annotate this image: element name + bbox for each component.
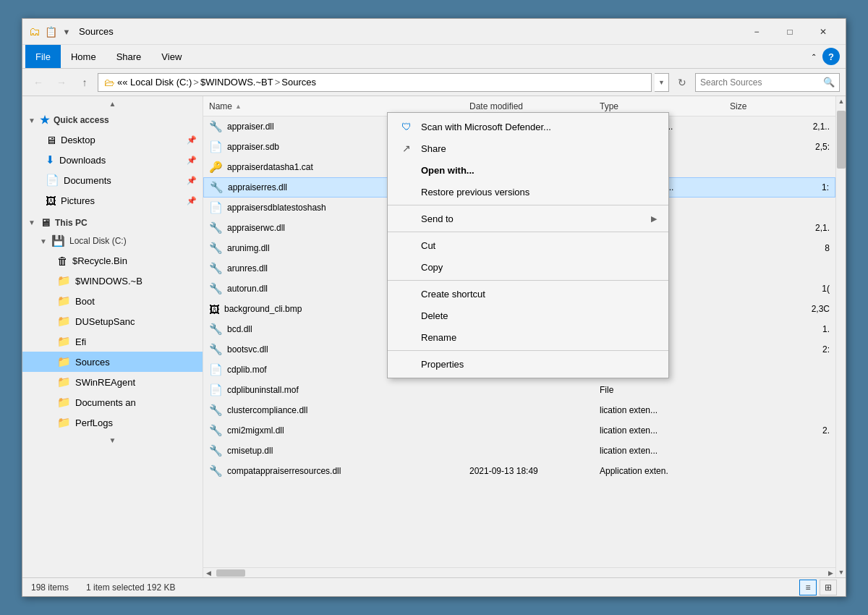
address-dropdown-button[interactable]: ▼ [655, 73, 669, 92]
file-name: cmi2migxml.dll [227, 425, 284, 436]
sidebar-item-downloads[interactable]: ⬇ Downloads 📌 [22, 150, 203, 170]
context-menu-item[interactable]: Open with... [388, 159, 668, 181]
sidebar-item-swinreagent[interactable]: 📁 SWinREAgent [22, 372, 203, 392]
table-row[interactable]: 🔧 cmisetup.dll lication exten... [203, 441, 835, 461]
sidebar-scroll-up[interactable]: ▲ [22, 96, 203, 111]
context-menu-label: Properties [421, 359, 657, 370]
context-menu-label: Send to [421, 213, 644, 224]
context-menu-label: Scan with Microsoft Defender... [421, 122, 657, 132]
file-name: appraiserres.dll [228, 182, 287, 192]
ribbon-collapse-button[interactable]: ⌃ [808, 50, 820, 64]
context-menu-item[interactable]: Create shortcut [388, 283, 668, 305]
breadcrumb-disk[interactable]: 🗁 «« Local Disk (C:) [104, 77, 192, 88]
context-menu-label: Create shortcut [421, 289, 657, 300]
v-scroll-thumb[interactable] [837, 111, 846, 169]
sidebar-item-sources[interactable]: 📁 Sources [22, 352, 203, 372]
tab-view[interactable]: View [151, 45, 192, 68]
table-row[interactable]: 🔧 compatappraiserresources.dll 2021-09-1… [203, 461, 835, 481]
context-menu-item[interactable]: Copy [388, 256, 668, 278]
sidebar-item-windows-bt[interactable]: 📁 $WINDOWS.~B [22, 271, 203, 291]
file-size: 1( [730, 284, 830, 294]
table-row[interactable]: 📄 cdplibuninstall.mof File [203, 380, 835, 400]
table-row[interactable]: 🔧 cmi2migxml.dll lication exten... 2. [203, 420, 835, 441]
menu-icon [399, 184, 414, 199]
vertical-scrollbar[interactable]: ▲ ▼ [835, 96, 846, 577]
status-bar: 198 items 1 item selected 192 KB ≡ ⊞ [22, 577, 846, 596]
window-controls[interactable]: − □ ✕ [740, 21, 840, 43]
context-menu-item[interactable]: Rename [388, 326, 668, 348]
breadcrumb-windows[interactable]: $WINDOWS.~BT [200, 77, 273, 88]
header-size[interactable]: Size [730, 101, 830, 111]
context-menu-item[interactable]: Send to ▶ [388, 208, 668, 229]
h-scroll-thumb[interactable] [216, 569, 245, 577]
sidebar-item-pictures[interactable]: 🖼 Pictures 📌 [22, 190, 203, 211]
file-icon: 📄 [209, 201, 223, 214]
file-icon: 🔧 [209, 120, 223, 133]
v-scroll-down[interactable]: ▼ [836, 567, 846, 577]
context-menu-label: Delete [421, 310, 657, 321]
minimize-button[interactable]: − [740, 21, 773, 43]
sidebar-item-efi[interactable]: 📁 Efi [22, 331, 203, 352]
context-menu: 🛡 Scan with Microsoft Defender... ↗ Shar… [387, 112, 669, 378]
tab-share[interactable]: Share [106, 45, 152, 68]
pin-icon-downloads: 📌 [187, 156, 197, 165]
details-view-button[interactable]: ≡ [799, 580, 817, 595]
large-icons-view-button[interactable]: ⊞ [820, 580, 837, 595]
sidebar-item-perflogs[interactable]: 📁 PerfLogs [22, 412, 203, 433]
header-date[interactable]: Date modified [469, 101, 600, 111]
quick-access-label[interactable]: Quick access [54, 115, 109, 125]
sidebar-item-dusetup[interactable]: 📁 DUSetupSanc [22, 311, 203, 331]
pictures-icon: 🖼 [46, 195, 56, 207]
search-box[interactable]: 🔍 [695, 73, 840, 92]
sidebar-label-documents: Documents [64, 175, 111, 186]
submenu-arrow-icon: ▶ [651, 214, 657, 224]
breadcrumb-sources[interactable]: Sources [281, 77, 316, 88]
sidebar-item-documents-disk[interactable]: 📁 Documents an [22, 392, 203, 412]
file-icon: 🔧 [209, 465, 223, 478]
sidebar-item-recycle[interactable]: 🗑 $Recycle.Bin [22, 250, 203, 271]
v-scroll-up[interactable]: ▲ [836, 96, 846, 106]
view-buttons: ≡ ⊞ [799, 580, 837, 595]
forward-button[interactable]: → [51, 73, 72, 92]
help-button[interactable]: ? [822, 48, 840, 65]
table-row[interactable]: 🔧 clustercompliance.dll lication exten..… [203, 400, 835, 420]
close-button[interactable]: ✕ [807, 21, 840, 43]
local-disk-section[interactable]: ▼ 💾 Local Disk (C:) [22, 232, 203, 250]
file-icon: 🖼 [209, 303, 220, 315]
file-size: 2,5: [730, 142, 830, 152]
horizontal-scrollbar[interactable]: ◀ ▶ [203, 567, 835, 577]
address-path[interactable]: 🗁 «« Local Disk (C:) > $WINDOWS.~BT > So… [98, 73, 652, 92]
file-name: appraiserwc.dll [227, 223, 285, 233]
local-disk-label[interactable]: Local Disk (C:) [69, 236, 127, 246]
sort-icon: ▲ [235, 103, 242, 110]
tab-file[interactable]: File [25, 45, 61, 68]
sidebar-item-desktop[interactable]: 🖥 Desktop 📌 [22, 130, 203, 150]
sidebar-label-perflogs: PerfLogs [75, 417, 113, 428]
up-button[interactable]: ↑ [75, 73, 95, 92]
header-type[interactable]: Type [600, 101, 730, 111]
context-menu-item[interactable]: Delete [388, 305, 668, 326]
sidebar-scroll-down[interactable]: ▼ [22, 433, 203, 447]
sidebar-item-boot[interactable]: 📁 Boot [22, 291, 203, 311]
file-type: lication exten... [600, 425, 730, 436]
context-menu-item[interactable]: Properties [388, 353, 668, 375]
refresh-button[interactable]: ↻ [672, 73, 692, 92]
tab-home[interactable]: Home [61, 45, 106, 68]
context-menu-item[interactable]: Restore previous versions [388, 181, 668, 203]
context-menu-item[interactable]: Cut [388, 234, 668, 256]
context-menu-item[interactable]: ↗ Share [388, 137, 668, 159]
context-menu-item[interactable]: 🛡 Scan with Microsoft Defender... [388, 116, 668, 137]
sidebar-label-desktop: Desktop [61, 135, 95, 145]
file-name: appraiser.dll [227, 122, 274, 132]
header-name[interactable]: Name ▲ [209, 101, 469, 111]
pin-icon-desktop: 📌 [187, 135, 197, 145]
h-scroll-right[interactable]: ▶ [825, 568, 835, 578]
sidebar-item-documents[interactable]: 📄 Documents 📌 [22, 170, 203, 190]
file-icon: 🔧 [209, 343, 223, 356]
back-button[interactable]: ← [28, 73, 48, 92]
h-scroll-left[interactable]: ◀ [203, 568, 213, 578]
search-input[interactable] [700, 77, 820, 88]
this-pc-label[interactable]: This PC [55, 218, 88, 228]
maximize-button[interactable]: □ [773, 21, 807, 43]
quick-access-section: ▼ ★ Quick access [22, 111, 203, 130]
